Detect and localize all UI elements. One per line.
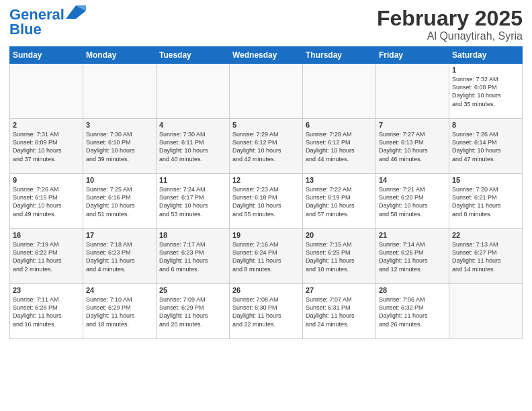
calendar-subtitle: Al Qunaytirah, Syria — [377, 30, 523, 42]
header-sunday: Sunday — [10, 47, 83, 64]
day-info: Sunrise: 7:22 AM Sunset: 6:19 PM Dayligh… — [306, 185, 373, 218]
header-tuesday: Tuesday — [157, 47, 230, 64]
header-friday: Friday — [376, 47, 449, 64]
table-cell: 22Sunrise: 7:13 AM Sunset: 6:27 PM Dayli… — [449, 229, 523, 284]
table-cell: 18Sunrise: 7:17 AM Sunset: 6:23 PM Dayli… — [157, 229, 230, 284]
table-cell: 17Sunrise: 7:18 AM Sunset: 6:23 PM Dayli… — [83, 229, 157, 284]
table-cell — [10, 64, 83, 119]
table-cell: 15Sunrise: 7:20 AM Sunset: 6:21 PM Dayli… — [449, 174, 523, 229]
day-info: Sunrise: 7:15 AM Sunset: 6:25 PM Dayligh… — [306, 240, 373, 273]
day-number: 16 — [13, 231, 80, 239]
table-cell: 1Sunrise: 7:32 AM Sunset: 6:08 PM Daylig… — [449, 64, 523, 119]
table-cell: 14Sunrise: 7:21 AM Sunset: 6:20 PM Dayli… — [376, 174, 449, 229]
day-info: Sunrise: 7:24 AM Sunset: 6:17 PM Dayligh… — [159, 185, 226, 218]
table-cell: 12Sunrise: 7:23 AM Sunset: 6:18 PM Dayli… — [230, 174, 303, 229]
table-cell — [449, 284, 523, 339]
day-number: 21 — [379, 231, 446, 239]
day-info: Sunrise: 7:18 AM Sunset: 6:23 PM Dayligh… — [86, 240, 153, 273]
table-cell — [230, 64, 303, 119]
day-info: Sunrise: 7:31 AM Sunset: 6:09 PM Dayligh… — [13, 130, 80, 163]
day-info: Sunrise: 7:14 AM Sunset: 6:26 PM Dayligh… — [379, 240, 446, 273]
header-saturday: Saturday — [449, 47, 523, 64]
table-cell: 28Sunrise: 7:06 AM Sunset: 6:32 PM Dayli… — [376, 284, 449, 339]
day-info: Sunrise: 7:30 AM Sunset: 6:10 PM Dayligh… — [86, 130, 153, 163]
table-cell: 21Sunrise: 7:14 AM Sunset: 6:26 PM Dayli… — [376, 229, 449, 284]
day-number: 19 — [232, 231, 300, 239]
page: General Blue February 2025 Al Qunaytirah… — [0, 0, 532, 411]
table-cell: 7Sunrise: 7:27 AM Sunset: 6:13 PM Daylig… — [376, 119, 449, 174]
title-block: February 2025 Al Qunaytirah, Syria — [377, 7, 523, 42]
table-cell: 26Sunrise: 7:08 AM Sunset: 6:30 PM Dayli… — [230, 284, 303, 339]
table-cell: 25Sunrise: 7:09 AM Sunset: 6:29 PM Dayli… — [157, 284, 230, 339]
header: General Blue February 2025 Al Qunaytirah… — [9, 7, 523, 42]
table-cell: 6Sunrise: 7:28 AM Sunset: 6:12 PM Daylig… — [303, 119, 376, 174]
day-number: 10 — [86, 176, 153, 184]
day-info: Sunrise: 7:08 AM Sunset: 6:30 PM Dayligh… — [232, 295, 300, 328]
header-monday: Monday — [83, 47, 157, 64]
day-number: 9 — [13, 176, 80, 184]
day-info: Sunrise: 7:07 AM Sunset: 6:31 PM Dayligh… — [306, 295, 373, 328]
table-cell: 24Sunrise: 7:10 AM Sunset: 6:29 PM Dayli… — [83, 284, 157, 339]
table-cell: 4Sunrise: 7:30 AM Sunset: 6:11 PM Daylig… — [157, 119, 230, 174]
logo: General Blue — [9, 7, 86, 38]
day-number: 27 — [306, 286, 373, 294]
table-cell — [376, 64, 449, 119]
day-number: 14 — [379, 176, 446, 184]
day-number: 28 — [379, 286, 446, 294]
day-info: Sunrise: 7:20 AM Sunset: 6:21 PM Dayligh… — [452, 185, 519, 218]
logo-icon — [66, 5, 86, 19]
calendar-table: Sunday Monday Tuesday Wednesday Thursday… — [9, 46, 523, 339]
day-info: Sunrise: 7:27 AM Sunset: 6:13 PM Dayligh… — [379, 130, 446, 163]
day-info: Sunrise: 7:17 AM Sunset: 6:23 PM Dayligh… — [159, 240, 226, 273]
day-info: Sunrise: 7:21 AM Sunset: 6:20 PM Dayligh… — [379, 185, 446, 218]
day-number: 17 — [86, 231, 153, 239]
day-number: 11 — [159, 176, 226, 184]
table-cell — [303, 64, 376, 119]
day-info: Sunrise: 7:30 AM Sunset: 6:11 PM Dayligh… — [159, 130, 226, 163]
day-info: Sunrise: 7:26 AM Sunset: 6:15 PM Dayligh… — [13, 185, 80, 218]
day-number: 18 — [159, 231, 226, 239]
calendar-week-3: 9Sunrise: 7:26 AM Sunset: 6:15 PM Daylig… — [10, 174, 523, 229]
day-number: 26 — [232, 286, 300, 294]
calendar-week-4: 16Sunrise: 7:19 AM Sunset: 6:22 PM Dayli… — [10, 229, 523, 284]
day-info: Sunrise: 7:11 AM Sunset: 6:28 PM Dayligh… — [13, 295, 80, 328]
table-cell: 13Sunrise: 7:22 AM Sunset: 6:19 PM Dayli… — [303, 174, 376, 229]
table-cell: 16Sunrise: 7:19 AM Sunset: 6:22 PM Dayli… — [10, 229, 83, 284]
day-number: 15 — [452, 176, 519, 184]
day-number: 5 — [232, 121, 300, 129]
day-info: Sunrise: 7:26 AM Sunset: 6:14 PM Dayligh… — [452, 130, 519, 163]
table-cell: 27Sunrise: 7:07 AM Sunset: 6:31 PM Dayli… — [303, 284, 376, 339]
day-info: Sunrise: 7:19 AM Sunset: 6:22 PM Dayligh… — [13, 240, 80, 273]
day-info: Sunrise: 7:28 AM Sunset: 6:12 PM Dayligh… — [306, 130, 373, 163]
day-number: 25 — [159, 286, 226, 294]
table-cell: 19Sunrise: 7:16 AM Sunset: 6:24 PM Dayli… — [230, 229, 303, 284]
calendar-week-2: 2Sunrise: 7:31 AM Sunset: 6:09 PM Daylig… — [10, 119, 523, 174]
table-cell — [83, 64, 157, 119]
header-wednesday: Wednesday — [230, 47, 303, 64]
table-cell: 2Sunrise: 7:31 AM Sunset: 6:09 PM Daylig… — [10, 119, 83, 174]
day-number: 1 — [452, 66, 519, 74]
day-number: 3 — [86, 121, 153, 129]
table-cell: 23Sunrise: 7:11 AM Sunset: 6:28 PM Dayli… — [10, 284, 83, 339]
calendar-header-row: Sunday Monday Tuesday Wednesday Thursday… — [10, 47, 523, 64]
day-number: 4 — [159, 121, 226, 129]
table-cell: 20Sunrise: 7:15 AM Sunset: 6:25 PM Dayli… — [303, 229, 376, 284]
day-number: 7 — [379, 121, 446, 129]
day-number: 20 — [306, 231, 373, 239]
day-number: 22 — [452, 231, 519, 239]
day-info: Sunrise: 7:16 AM Sunset: 6:24 PM Dayligh… — [232, 240, 300, 273]
table-cell: 5Sunrise: 7:29 AM Sunset: 6:12 PM Daylig… — [230, 119, 303, 174]
day-info: Sunrise: 7:25 AM Sunset: 6:16 PM Dayligh… — [86, 185, 153, 218]
table-cell: 10Sunrise: 7:25 AM Sunset: 6:16 PM Dayli… — [83, 174, 157, 229]
day-number: 8 — [452, 121, 519, 129]
day-info: Sunrise: 7:10 AM Sunset: 6:29 PM Dayligh… — [86, 295, 153, 328]
day-number: 13 — [306, 176, 373, 184]
logo-text-blue: Blue — [9, 21, 42, 38]
day-info: Sunrise: 7:13 AM Sunset: 6:27 PM Dayligh… — [452, 240, 519, 273]
day-info: Sunrise: 7:09 AM Sunset: 6:29 PM Dayligh… — [159, 295, 226, 328]
table-cell: 8Sunrise: 7:26 AM Sunset: 6:14 PM Daylig… — [449, 119, 523, 174]
day-info: Sunrise: 7:32 AM Sunset: 6:08 PM Dayligh… — [452, 75, 519, 108]
day-info: Sunrise: 7:23 AM Sunset: 6:18 PM Dayligh… — [232, 185, 300, 218]
day-info: Sunrise: 7:06 AM Sunset: 6:32 PM Dayligh… — [379, 295, 446, 328]
day-number: 6 — [306, 121, 373, 129]
